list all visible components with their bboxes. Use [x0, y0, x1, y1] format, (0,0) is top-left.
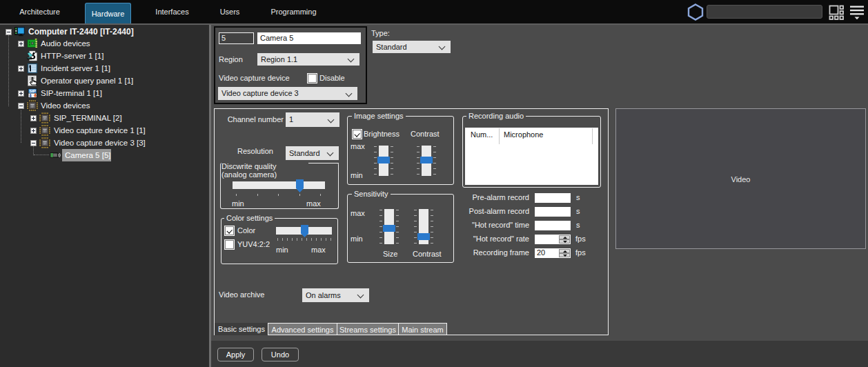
svg-text:SIP: SIP — [29, 89, 36, 93]
